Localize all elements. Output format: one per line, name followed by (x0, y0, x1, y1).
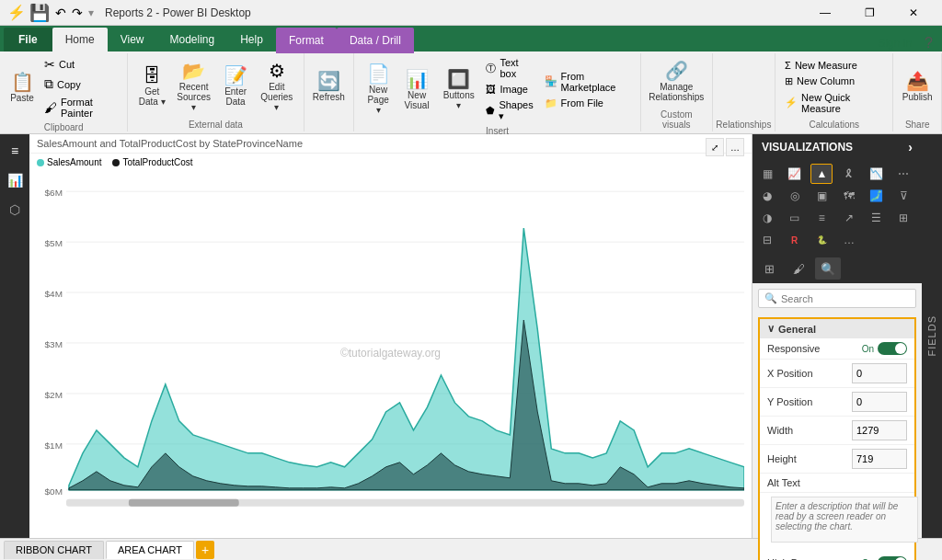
svg-text:$2M: $2M (45, 390, 63, 400)
viz-stacked-bar[interactable]: ▦ (756, 164, 778, 184)
recent-sources-btn[interactable]: 📂 RecentSources ▾ (172, 59, 215, 115)
copy-label: Copy (57, 79, 81, 90)
chart-legend: SalesAmount TotalProductCost (29, 154, 752, 171)
viz-treemap[interactable]: ▣ (810, 186, 833, 206)
viz-tab-analytics[interactable]: 🔍 (815, 257, 841, 280)
manage-relationships-btn[interactable]: 🔗 ManageRelationships (644, 59, 708, 105)
get-data-btn[interactable]: 🗄 GetData ▾ (133, 63, 170, 109)
sidebar-report-btn[interactable]: ≡ (2, 138, 28, 164)
maximize-btn[interactable]: ❐ (848, 0, 890, 26)
buttons-btn[interactable]: 🔲 Buttons ▾ (437, 67, 480, 113)
sidebar-model-btn[interactable]: ⬡ (2, 197, 28, 223)
viz-multi-row[interactable]: ≡ (810, 208, 833, 228)
new-quick-measure-btn[interactable]: ⚡ New Quick Measure (781, 90, 887, 116)
viz-donut[interactable]: ◎ (784, 186, 806, 206)
sign-in-btn[interactable]: Sign in (870, 35, 919, 51)
tab-area-chart[interactable]: AREA CHART (106, 541, 194, 559)
relationships-content2 (743, 55, 744, 118)
refresh-btn[interactable]: 🔄 Refresh (308, 69, 350, 105)
panel-expand-btn[interactable]: › (908, 140, 913, 154)
quick-access-save[interactable]: 💾 (29, 3, 50, 23)
tab-data-drill[interactable]: Data / Drill (337, 28, 414, 53)
viz-area[interactable]: ▲ (810, 164, 833, 184)
publish-icon: 📤 (906, 72, 929, 90)
tab-format[interactable]: Format (276, 28, 337, 53)
shapes-icon: ⬟ (486, 105, 495, 117)
more-options-btn[interactable]: … (726, 138, 744, 156)
copy-btn[interactable]: ⧉ Copy (40, 74, 121, 94)
toggle-track-highdensity[interactable] (878, 556, 907, 560)
new-column-btn[interactable]: ⊞ New Column (781, 74, 887, 89)
viz-map[interactable]: 🗺 (838, 186, 860, 206)
tab-help[interactable]: Help (227, 28, 276, 51)
paste-btn[interactable]: 📋 Paste (6, 70, 39, 106)
label-height: Height (767, 453, 797, 464)
viz-slicer[interactable]: ☰ (866, 208, 888, 228)
viz-scatter[interactable]: ⋯ (892, 164, 914, 184)
add-tab-btn[interactable]: + (196, 541, 214, 559)
new-visual-btn[interactable]: 📊 NewVisual (398, 67, 435, 113)
viz-table[interactable]: ⊞ (892, 208, 914, 228)
toggle-highdensity[interactable]: On (862, 556, 907, 560)
row-alttext-label: Alt Text (760, 474, 914, 493)
viz-ribbon[interactable]: 🎗 (838, 164, 860, 184)
edit-queries-btn[interactable]: ⚙ EditQueries ▾ (256, 59, 298, 115)
viz-pie[interactable]: ◕ (756, 186, 778, 206)
viz-python[interactable]: 🐍 (810, 230, 833, 250)
image-btn[interactable]: 🖼 Image (482, 82, 538, 97)
viz-tab-fields[interactable]: ⊞ (756, 257, 782, 280)
quick-access-more[interactable]: ▾ (88, 6, 94, 19)
expand-chart-btn[interactable]: ⤢ (706, 138, 724, 156)
toggle-track-responsive[interactable] (878, 342, 907, 355)
cut-btn[interactable]: ✂ Cut (40, 55, 121, 74)
new-measure-btn[interactable]: Σ New Measure (781, 58, 887, 73)
sidebar-data-btn[interactable]: 📊 (2, 167, 28, 193)
toggle-responsive[interactable]: On (862, 342, 907, 355)
viz-more[interactable]: … (838, 230, 860, 250)
viz-line[interactable]: 📈 (784, 164, 806, 184)
refresh-label: Refresh (313, 92, 345, 102)
tab-file[interactable]: File (4, 28, 52, 51)
publish-btn[interactable]: 📤 Publish (898, 69, 937, 105)
svg-text:$1M: $1M (45, 440, 63, 451)
window-controls: — ❐ ✕ (804, 0, 935, 26)
alt-text-input[interactable] (771, 497, 918, 543)
input-height[interactable] (852, 449, 907, 469)
viz-card[interactable]: ▭ (784, 208, 806, 228)
tab-view[interactable]: View (108, 28, 157, 51)
viz-matrix[interactable]: ⊟ (756, 230, 778, 250)
shapes-btn[interactable]: ⬟ Shapes ▾ (482, 97, 538, 124)
edit-queries-icon: ⚙ (269, 62, 285, 80)
tab-home[interactable]: Home (52, 28, 108, 51)
refresh-group-label (327, 120, 330, 130)
viz-waterfall[interactable]: 📉 (866, 164, 888, 184)
close-btn[interactable]: ✕ (892, 0, 935, 26)
input-width[interactable] (852, 420, 907, 440)
tab-ribbon-chart[interactable]: RIBBON CHART (4, 541, 104, 559)
from-marketplace-btn[interactable]: 🏪 From Marketplace (541, 69, 635, 95)
title-bar: ⚡ 💾 ↶ ↷ ▾ Reports 2 - Power BI Desktop —… (0, 0, 942, 26)
clipboard-content: 📋 Paste ✂ Cut ⧉ Copy 🖌 Format Painter (6, 55, 121, 120)
viz-funnel[interactable]: ⊽ (892, 186, 914, 206)
viz-r[interactable]: R (784, 230, 806, 250)
search-input[interactable] (781, 293, 910, 304)
input-xposition[interactable] (852, 363, 907, 383)
enter-data-btn[interactable]: 📝 EnterData (217, 63, 254, 109)
minimize-btn[interactable]: — (804, 0, 846, 26)
viz-kpi[interactable]: ↗ (838, 208, 860, 228)
from-file-btn[interactable]: 📁 From File (541, 96, 635, 111)
viz-tab-format[interactable]: 🖌 (786, 257, 811, 280)
viz-filled-map[interactable]: 🗾 (866, 186, 888, 206)
fields-sidebar[interactable]: FIELDS (922, 134, 942, 538)
tab-modeling[interactable]: Modeling (156, 28, 227, 51)
new-page-btn[interactable]: 📄 NewPage ▾ (360, 62, 396, 118)
viz-gauge[interactable]: ◑ (756, 208, 778, 228)
redo-btn[interactable]: ↷ (72, 6, 83, 20)
format-painter-btn[interactable]: 🖌 Format Painter (40, 95, 121, 120)
chart-title: SalesAmount and TotalProductCost by Stat… (37, 138, 303, 149)
calculations-label: Calculations (810, 120, 859, 130)
undo-btn[interactable]: ↶ (55, 6, 66, 20)
help-icon[interactable]: ? (919, 35, 938, 51)
text-box-btn[interactable]: Ⓣ Text box (482, 55, 538, 81)
input-yposition[interactable] (852, 392, 907, 412)
